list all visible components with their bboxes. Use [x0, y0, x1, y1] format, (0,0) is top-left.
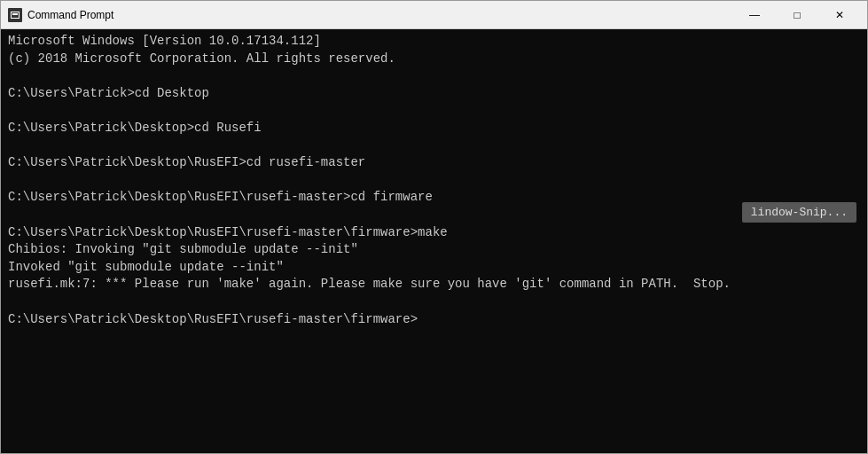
maximize-button[interactable]: □ [777, 2, 817, 28]
terminal-body[interactable]: Microsoft Windows [Version 10.0.17134.11… [1, 29, 867, 453]
close-button[interactable]: ✕ [819, 2, 860, 28]
window-snip-tooltip: lindow-Snip... [742, 202, 856, 223]
minimize-button[interactable]: — [734, 2, 775, 28]
cmd-icon-inner [11, 12, 20, 19]
cmd-window: Command Prompt — □ ✕ Microsoft Windows [… [0, 0, 868, 454]
app-icon [8, 8, 22, 22]
title-bar: Command Prompt — □ ✕ [1, 1, 867, 29]
terminal-output: Microsoft Windows [Version 10.0.17134.11… [8, 33, 860, 328]
window-title: Command Prompt [27, 9, 734, 21]
window-controls: — □ ✕ [734, 2, 860, 28]
